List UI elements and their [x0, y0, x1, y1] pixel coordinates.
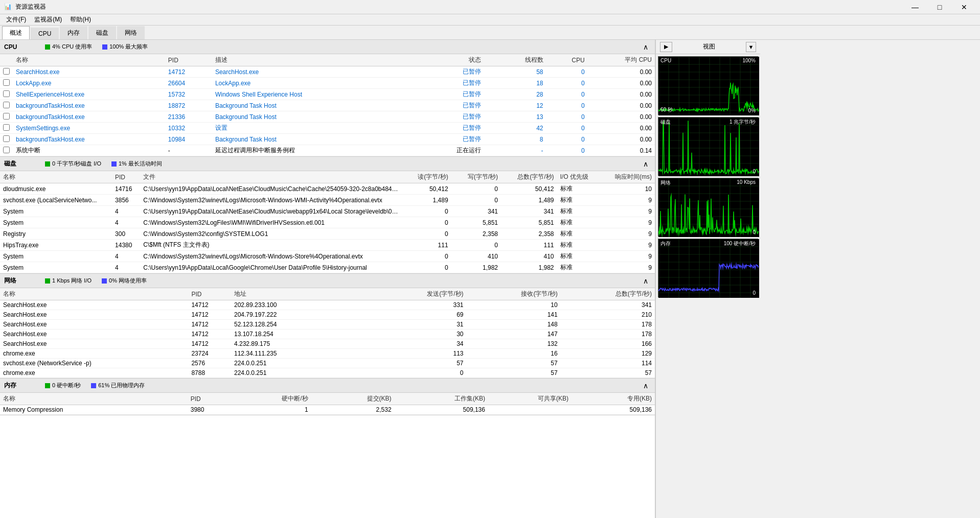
disk-col-file[interactable]: 文件	[140, 171, 401, 183]
net-row-pid: 14712	[188, 310, 231, 320]
disk-section-title: 磁盘	[4, 159, 35, 168]
net-row-send: 0	[372, 368, 466, 378]
net-col-addr[interactable]: 地址	[231, 288, 372, 300]
cpu-row-status: 已暂停	[401, 89, 484, 100]
disk-col-total[interactable]: 总数(字节/秒)	[501, 171, 557, 183]
cpu-row-name[interactable]: backgroundTaskHost.exe	[13, 134, 165, 145]
net-row-recv: 57	[467, 359, 561, 368]
tab-overview[interactable]: 概述	[2, 26, 30, 39]
disk-row-resp: 9	[599, 240, 655, 251]
cpu-col-avgcpu[interactable]: 平均 CPU	[588, 54, 655, 66]
right-panel-back-button[interactable]: ▶	[660, 42, 672, 52]
cpu-col-status[interactable]: 状态	[401, 54, 484, 66]
row-checkbox[interactable]	[3, 113, 10, 120]
table-row: chrome.exe 8788 224.0.0.251 0 57 57	[0, 368, 655, 378]
memory-section-title: 内存	[4, 381, 35, 390]
disk-col-read[interactable]: 读(字节/秒)	[401, 171, 451, 183]
cpu-col-threads[interactable]: 线程数	[484, 54, 546, 66]
tab-network[interactable]: 网络	[117, 26, 145, 39]
cpu-row-name[interactable]: LockApp.exe	[13, 78, 165, 89]
mem-row-hard: 1	[228, 405, 311, 415]
net-col-recv[interactable]: 接收(字节/秒)	[467, 288, 561, 300]
network-section-header[interactable]: 网络 1 Kbps 网络 I/O 0% 网络使用率 ∧	[0, 274, 655, 288]
window-controls: — □ ✕	[903, 0, 976, 14]
cpu-col-pid[interactable]: PID	[165, 54, 212, 66]
menu-file[interactable]: 文件(F)	[2, 14, 30, 25]
cpu-row-name[interactable]: SystemSettings.exe	[13, 123, 165, 134]
disk-section-header[interactable]: 磁盘 0 千字节/秒磁盘 I/O 1% 最长活动时间 ∧	[0, 157, 655, 171]
disk-col-write[interactable]: 写(字节/秒)	[451, 171, 501, 183]
tab-cpu[interactable]: CPU	[31, 28, 59, 39]
net-col-total[interactable]: 总数(字节/秒)	[561, 288, 655, 300]
mem-col-hard[interactable]: 硬中断/秒	[228, 393, 311, 405]
mem-col-name[interactable]: 名称	[0, 393, 188, 405]
right-panel-menu-button[interactable]: ▼	[746, 42, 756, 52]
mem-col-workset[interactable]: 工作集(KB)	[395, 393, 488, 405]
net-row-recv: 16	[467, 349, 561, 359]
network-stat2: 0% 网络使用率	[102, 277, 147, 285]
row-checkbox[interactable]	[3, 79, 10, 86]
disk-row-name: svchost.exe (LocalServiceNetwo...	[0, 195, 112, 206]
disk-col-priority[interactable]: I/O 优先级	[557, 171, 599, 183]
disk-row-priority: 标准	[557, 251, 599, 262]
cpu-chart-box: CPU 100% 60 秒 0%	[658, 56, 758, 115]
net-col-send[interactable]: 发送(字节/秒)	[372, 288, 466, 300]
cpu-col-check	[0, 54, 13, 66]
cpu-row-name[interactable]: backgroundTaskHost.exe	[13, 100, 165, 111]
network-chart-label: 网络	[660, 179, 671, 186]
net-col-pid[interactable]: PID	[188, 288, 231, 300]
cpu-row-name[interactable]: backgroundTaskHost.exe	[13, 111, 165, 123]
row-checkbox[interactable]	[3, 124, 10, 131]
net-row-addr: 224.0.0.251	[231, 368, 372, 378]
row-checkbox[interactable]	[3, 90, 10, 97]
cpu-row-name[interactable]: ShellExperienceHost.exe	[13, 89, 165, 100]
row-checkbox[interactable]	[3, 68, 10, 75]
menu-monitor[interactable]: 监视器(M)	[30, 14, 66, 25]
table-row: SearchHost.exe 14712 52.123.128.254 31 1…	[0, 320, 655, 329]
net-row-total: 114	[561, 359, 655, 368]
cpu-row-name: 系统中断	[13, 145, 165, 156]
disk-row-read: 0	[401, 251, 451, 262]
disk-stat2-dot	[111, 161, 117, 167]
mem-col-private[interactable]: 专用(KB)	[572, 393, 655, 405]
menu-help[interactable]: 帮助(H)	[66, 14, 95, 25]
mem-col-commit[interactable]: 提交(KB)	[311, 393, 395, 405]
net-row-total: 210	[561, 310, 655, 320]
net-col-name[interactable]: 名称	[0, 288, 188, 300]
close-button[interactable]: ✕	[952, 0, 976, 14]
mem-col-pid[interactable]: PID	[188, 393, 228, 405]
cpu-col-cpu[interactable]: CPU	[546, 54, 588, 66]
table-row: SearchHost.exe 14712 204.79.197.222 69 1…	[0, 310, 655, 320]
cpu-row-desc: 延迟过程调用和中断服务例程	[212, 145, 401, 156]
tab-disk[interactable]: 磁盘	[88, 26, 116, 39]
disk-row-priority: 标准	[557, 195, 599, 206]
row-checkbox[interactable]	[3, 102, 10, 108]
disk-collapse-icon[interactable]: ∧	[641, 159, 651, 169]
cpu-collapse-icon[interactable]: ∧	[641, 42, 651, 52]
cpu-row-status: 已暂停	[401, 134, 484, 145]
cpu-section-header[interactable]: CPU 4% CPU 使用率 100% 最大频率 ∧	[0, 40, 655, 54]
disk-stats: 0 千字节/秒磁盘 I/O 1% 最长活动时间	[35, 160, 641, 168]
network-collapse-icon[interactable]: ∧	[641, 276, 651, 286]
disk-col-name[interactable]: 名称	[0, 171, 112, 183]
cpu-col-desc[interactable]: 描述	[212, 54, 401, 66]
row-checkbox[interactable]	[3, 147, 10, 153]
cpu-row-name[interactable]: SearchHost.exe	[13, 66, 165, 78]
mem-col-shareable[interactable]: 可共享(KB)	[488, 393, 572, 405]
disk-row-priority: 标准	[557, 206, 599, 217]
cpu-col-name[interactable]: 名称	[13, 54, 165, 66]
table-row: System 4 C:\Windows\System32\winevt\Logs…	[0, 251, 655, 262]
disk-row-name: System	[0, 206, 112, 217]
disk-col-resp[interactable]: 响应时间(ms)	[599, 171, 655, 183]
memory-section-header[interactable]: 内存 0 硬中断/秒 61% 已用物理内存 ∧	[0, 379, 655, 393]
memory-collapse-icon[interactable]: ∧	[641, 381, 651, 391]
maximize-button[interactable]: □	[928, 0, 951, 14]
left-panel: CPU 4% CPU 使用率 100% 最大频率 ∧	[0, 40, 655, 518]
minimize-button[interactable]: —	[903, 0, 927, 14]
net-row-total: 57	[561, 368, 655, 378]
disk-row-write: 1,982	[451, 262, 501, 273]
tab-memory[interactable]: 内存	[60, 26, 87, 39]
table-row: svchost.exe (LocalServiceNetwo... 3856 C…	[0, 195, 655, 206]
row-checkbox[interactable]	[3, 135, 10, 142]
disk-col-pid[interactable]: PID	[112, 171, 140, 183]
